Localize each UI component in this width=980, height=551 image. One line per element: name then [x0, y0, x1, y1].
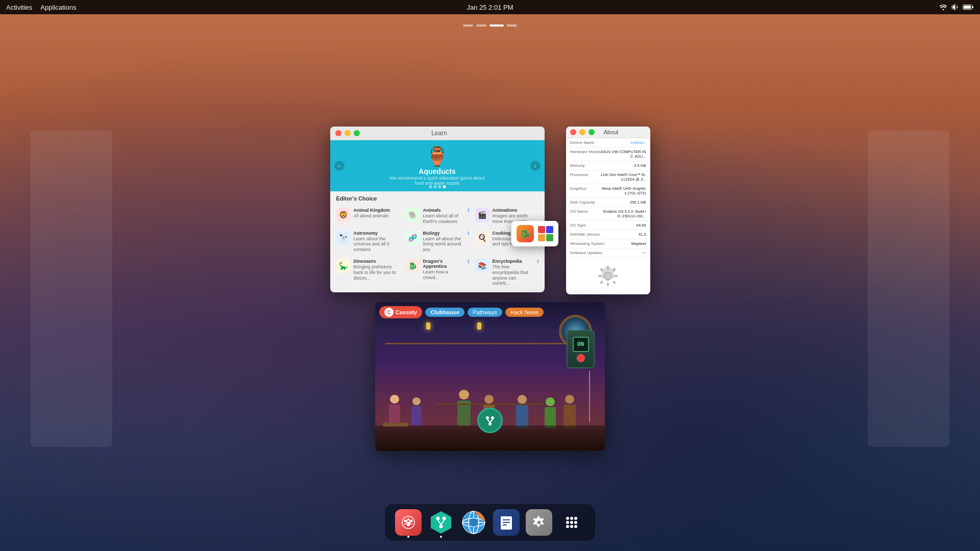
dock-item-browser[interactable] [460, 509, 487, 536]
learn-item-dinosaurs[interactable]: 🦕 Dinosaurs Bringing prehistory back to … [334, 257, 402, 288]
hero-prev-button[interactable]: ‹ [334, 161, 345, 171]
topbar: Activities Applications Jan 25 2:01 PM [0, 0, 980, 14]
biology-info-icon: ℹ [468, 231, 469, 236]
pathways-badge: Pathways [468, 308, 502, 317]
learn-close-button[interactable] [335, 130, 341, 136]
workspace-panel-left[interactable] [31, 131, 112, 447]
about-row-gnome: GNOME Version 41.3 [566, 230, 650, 239]
dock-item-app-store[interactable] [395, 509, 422, 536]
about-memory-value: 3.5 GB [634, 163, 646, 168]
about-disk-label: Disk Capacity [570, 200, 595, 205]
learn-grid: 🦁 Animal Kingdom All about animals 🐘 Ani… [330, 204, 545, 292]
color-swatch-red [538, 226, 545, 233]
about-windowing-value: Wayland [631, 241, 646, 246]
about-device-label: Device Name [570, 140, 595, 145]
dragons-popup-container: 🐉 [511, 221, 558, 246]
about-hardware-value: ASUS VW COMPUTER INC. ASU... [600, 149, 646, 159]
color-swatch-blue [546, 226, 553, 233]
svg-line-9 [490, 419, 493, 422]
astronomy-name: Astronomy [354, 231, 400, 236]
editors-choice-label: Editor's Choice [330, 191, 545, 204]
dinosaurs-desc: Bringing prehistory back to life for you… [354, 264, 396, 281]
about-row-osname: OS Name Endless OS 5.0.0: Build ID: 2301… [566, 207, 650, 221]
hero-dot-1[interactable] [429, 185, 432, 188]
clubhouse-badge: Clubhouse [425, 308, 464, 317]
lantern-1 [426, 322, 430, 330]
dinosaurs-name: Dinosaurs [354, 259, 400, 264]
learn-item-biology[interactable]: 🧬 Biology Learn all about the living wor… [404, 229, 471, 255]
robot-button [577, 354, 585, 362]
encyclopedia-info-icon: ℹ [537, 259, 538, 264]
learn-maximize-button[interactable] [354, 130, 360, 136]
about-device-value: endless [630, 140, 646, 145]
about-row-hardware: Hardware Model ASUS VW COMPUTER INC. ASU… [566, 147, 650, 161]
learn-window-title: Learn [431, 130, 447, 137]
about-window-body: Device Name endless Hardware Model ASUS … [566, 138, 650, 294]
game-window[interactable]: C Cassidy Clubhouse Pathways Hack News [375, 302, 605, 451]
source-control-dot [440, 536, 442, 538]
animations-name: Animations [493, 208, 538, 213]
astronomy-desc: Learn about the universe and all it cont… [354, 236, 389, 253]
lantern-2 [477, 322, 481, 330]
apps-grid-icon [558, 509, 585, 536]
learn-hero-carousel: ‹ 🏺 Aqueducts We recommend a quick educa… [330, 140, 545, 191]
activities-button[interactable]: Activities [6, 4, 32, 11]
encyclopedia-name: Encyclopedia [493, 259, 534, 264]
learn-minimize-button[interactable] [345, 130, 351, 136]
hero-next-button[interactable]: › [530, 161, 541, 171]
about-close-button[interactable] [570, 129, 576, 135]
encyclopedia-desc: The free encyclopedia that anyone can co… [493, 264, 528, 286]
animals-info-icon: ℹ [468, 208, 469, 213]
dragons-popup[interactable]: 🐉 [511, 221, 558, 246]
char-7 [562, 395, 577, 428]
color-swatches [538, 226, 553, 241]
applications-button[interactable]: Applications [40, 4, 76, 11]
svg-point-4 [605, 273, 611, 279]
about-updates-label: Software Updates [570, 251, 603, 255]
learn-item-encyclopedia[interactable]: 📚 Encyclopedia The free encyclopedia tha… [473, 257, 541, 288]
dragons-popup-icon: 🐉 [517, 225, 534, 242]
dock-item-apps-grid[interactable] [558, 509, 585, 536]
about-minimize-button[interactable] [579, 129, 585, 135]
about-updates-arrow: › [642, 251, 646, 255]
hacknews-badge: Hack News [505, 308, 544, 317]
svg-point-42 [574, 525, 577, 528]
svg-point-33 [537, 521, 541, 524]
char-5 [513, 395, 531, 428]
game-scene: ON [375, 302, 605, 451]
learn-window[interactable]: Learn ‹ 🏺 Aqueducts We recommend a quick… [330, 127, 545, 292]
learn-item-dragons[interactable]: 🐉 Dragon's Apprentice Learn how a crowd.… [404, 257, 471, 288]
animals-desc: Learn about all of Earth's creatures [423, 213, 459, 224]
upper-railing [385, 343, 595, 344]
learn-item-astronomy[interactable]: 🔭 Astronomy Learn about the universe and… [334, 229, 402, 255]
hero-icon: 🏺 [426, 146, 449, 167]
about-row-windowing: Windowing System Wayland [566, 239, 650, 248]
svg-point-39 [574, 521, 577, 524]
animals-icon: 🐘 [406, 208, 420, 222]
biology-desc: Learn all about the living world around … [423, 236, 461, 253]
about-maximize-button[interactable] [589, 129, 595, 135]
about-disk-value: 256.1 GB [630, 200, 646, 205]
learn-item-animals[interactable]: 🐘 Animals Learn about all of Earth's cre… [404, 206, 471, 227]
astronomy-icon: 🔭 [336, 231, 351, 245]
about-memory-label: Memory [570, 163, 585, 168]
svg-point-17 [443, 517, 446, 520]
dock-item-source-control[interactable] [428, 509, 454, 536]
learn-item-animal-kingdom[interactable]: 🦁 Animal Kingdom All about animals [334, 206, 402, 227]
animations-icon: 🎬 [475, 208, 489, 222]
battery-icon [963, 4, 974, 10]
about-window-controls [570, 129, 595, 135]
hero-dot-2[interactable] [433, 185, 436, 188]
about-window-titlebar: About [566, 127, 650, 138]
hero-dot-4[interactable] [443, 185, 446, 188]
hero-dot-3[interactable] [438, 185, 441, 188]
dock-item-settings[interactable] [526, 509, 552, 536]
dock-item-notes[interactable] [493, 509, 520, 536]
workspace-panel-right[interactable] [868, 131, 949, 447]
about-window[interactable]: About Device Name endless Hardware Model… [566, 127, 650, 294]
about-window-title: About [604, 129, 619, 135]
about-row-updates[interactable]: Software Updates › [566, 248, 650, 258]
about-osname-value: Endless OS 5.0.0: Build ID: 230112-191..… [600, 209, 646, 218]
svg-point-18 [439, 525, 443, 529]
animal-kingdom-desc: All about animals [354, 213, 389, 218]
